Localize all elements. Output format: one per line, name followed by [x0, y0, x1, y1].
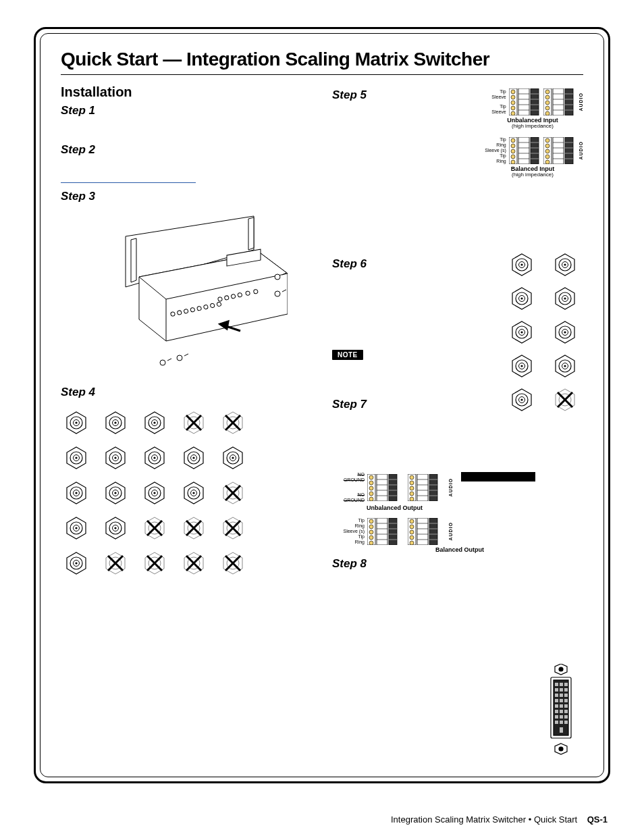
step-1-heading: Step 1 — [61, 104, 312, 118]
output-bnc-grid — [510, 253, 576, 411]
audio-connector-icon — [367, 518, 405, 545]
svg-rect-80 — [560, 715, 563, 719]
svg-point-56 — [559, 667, 563, 671]
svg-point-51 — [160, 360, 165, 365]
svg-point-47 — [275, 291, 280, 296]
wire-label: Ring — [482, 142, 506, 148]
svg-rect-73 — [555, 704, 558, 708]
bnc-connector — [510, 355, 533, 377]
svg-rect-69 — [564, 694, 568, 697]
wire-label: Sleeve (s) — [482, 148, 506, 153]
bnc-not-used — [182, 411, 205, 434]
svg-rect-65 — [560, 688, 563, 692]
caution-bar — [461, 472, 535, 481]
svg-rect-83 — [560, 721, 563, 724]
bnc-not-used — [143, 552, 166, 575]
bnc-connector — [182, 481, 205, 504]
rack-mount-illustration — [85, 206, 288, 382]
svg-rect-74 — [560, 704, 563, 708]
svg-rect-77 — [560, 710, 563, 713]
audio-connector-icon — [367, 474, 405, 501]
svg-rect-67 — [555, 694, 558, 697]
balanced-output-title: Balanced Output — [435, 546, 484, 553]
bnc-connector — [65, 446, 88, 469]
wire-label: Ring — [336, 540, 365, 545]
audio-connector-icon — [543, 88, 576, 115]
bnc-connector — [104, 411, 127, 434]
bnc-connector — [143, 446, 166, 469]
audio-connector-icon — [509, 88, 541, 115]
svg-rect-85 — [560, 727, 563, 733]
wire-label: Sleeve — [482, 109, 506, 115]
left-column: Installation Step 1 Step 2 Step 3 — [61, 84, 312, 758]
svg-rect-81 — [564, 715, 568, 719]
svg-rect-79 — [555, 715, 558, 719]
bnc-not-used — [221, 481, 244, 504]
svg-rect-71 — [560, 699, 563, 702]
audio-connector-icon — [543, 137, 576, 164]
bnc-connector — [510, 287, 533, 310]
audio-side-label: AUDIO — [448, 522, 453, 541]
bnc-connector — [143, 481, 166, 504]
step-8-heading: Step 8 — [332, 557, 583, 571]
bnc-connector — [104, 446, 127, 469]
svg-rect-70 — [555, 699, 558, 702]
wire-label: Tip — [482, 137, 506, 142]
bnc-not-used — [104, 552, 127, 575]
bnc-connector — [554, 355, 576, 377]
wire-label: Tip — [336, 518, 365, 523]
bnc-connector — [554, 253, 576, 276]
bnc-not-used — [182, 517, 205, 540]
svg-line-50 — [184, 354, 188, 356]
page-title: Quick Start — Integration Scaling Matrix… — [61, 49, 583, 70]
svg-rect-63 — [564, 683, 568, 686]
svg-point-45 — [275, 274, 280, 280]
page-footer: Integration Scaling Matrix Switcher • Qu… — [391, 814, 608, 825]
wire-label: Sleeve — [482, 95, 506, 100]
bnc-connector — [143, 411, 166, 434]
svg-rect-68 — [560, 694, 563, 697]
serial-connector-icon — [544, 664, 578, 758]
wire-label: Tip — [482, 153, 506, 159]
bnc-connector — [65, 481, 88, 504]
section-installation: Installation — [61, 84, 312, 100]
svg-rect-62 — [560, 683, 563, 686]
svg-rect-66 — [564, 688, 568, 692]
bnc-connector — [554, 287, 576, 310]
bnc-connector — [182, 446, 205, 469]
audio-side-label: AUDIO — [579, 141, 583, 160]
audio-connector-icon — [408, 474, 446, 501]
audio-connector-icon — [408, 518, 446, 545]
wire-label: Ring — [336, 523, 365, 529]
footer-page: QS-1 — [587, 814, 608, 825]
step-4-heading: Step 4 — [61, 386, 312, 399]
unbalanced-input-sub: (high impedance) — [482, 124, 583, 129]
bnc-connector — [104, 517, 127, 540]
svg-rect-64 — [555, 688, 558, 692]
svg-point-49 — [177, 355, 182, 361]
step-3-heading: Step 3 — [61, 190, 312, 203]
wire-label: Tip — [482, 104, 506, 109]
svg-rect-72 — [564, 699, 568, 702]
no-ground-label: NO GROUND — [336, 492, 365, 503]
divider-rule — [61, 182, 196, 183]
bnc-not-used — [221, 411, 244, 434]
svg-point-60 — [559, 747, 563, 751]
footer-text: Integration Scaling Matrix Switcher • Qu… — [391, 814, 577, 825]
svg-rect-82 — [555, 721, 558, 724]
svg-rect-84 — [564, 721, 568, 724]
bnc-not-used — [221, 517, 244, 540]
svg-rect-75 — [564, 704, 568, 708]
wire-label: Ring — [482, 159, 506, 164]
bnc-connector — [510, 388, 533, 411]
svg-rect-61 — [555, 683, 558, 686]
unbalanced-output-title: Unbalanced Output — [367, 504, 423, 511]
svg-rect-78 — [564, 710, 568, 713]
title-rule — [61, 74, 583, 75]
step-2-heading: Step 2 — [61, 143, 312, 157]
note-badge: NOTE — [332, 350, 363, 360]
audio-side-label: AUDIO — [579, 93, 583, 111]
wire-label: Tip — [482, 89, 506, 95]
wire-label: Tip — [336, 534, 365, 540]
svg-marker-25 — [131, 238, 136, 282]
